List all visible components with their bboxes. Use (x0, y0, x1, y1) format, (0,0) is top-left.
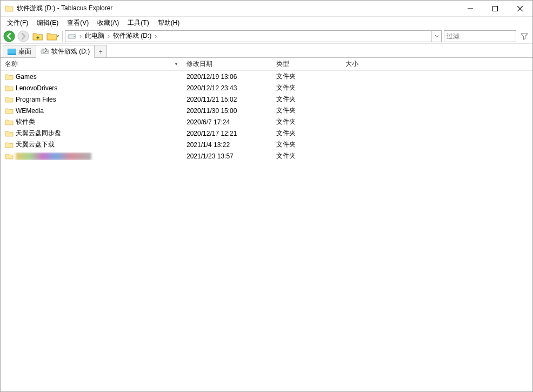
svg-point-11 (47, 51, 48, 52)
table-row[interactable]: LenovoDrivers2020/12/12 23:43文件夹 (1, 82, 532, 94)
cell-name: LenovoDrivers (1, 84, 182, 92)
app-folder-icon (5, 4, 14, 13)
folder-icon (5, 141, 14, 149)
address-bar[interactable]: › 此电脑 › 软件游戏 (D:) › (65, 30, 442, 42)
sort-indicator-icon: ▾ (175, 62, 177, 67)
table-row[interactable]: 天翼云盘同步盘2020/12/17 12:21文件夹 (1, 128, 532, 139)
folder-icon (5, 96, 14, 103)
tab-drive[interactable]: D 软件游戏 (D:) (36, 45, 95, 58)
cell-date: 2021/1/4 13:22 (182, 141, 272, 149)
toolbar-separator (62, 31, 63, 42)
forward-button[interactable] (17, 30, 30, 43)
cell-date: 2020/11/21 15:02 (182, 96, 272, 103)
breadcrumb-chevron-icon[interactable]: › (154, 32, 158, 40)
cell-date: 2020/11/30 15:00 (182, 107, 272, 115)
tab-label: 桌面 (18, 47, 31, 56)
cell-type: 文件夹 (272, 83, 341, 92)
folder-icon (5, 84, 14, 92)
tab-desktop[interactable]: 桌面 (3, 45, 36, 58)
menu-fav[interactable]: 收藏(A) (93, 17, 123, 29)
folder-icon (5, 130, 14, 137)
breadcrumb-chevron-icon[interactable]: › (106, 32, 111, 40)
back-button[interactable] (3, 30, 16, 43)
svg-point-7 (74, 36, 75, 37)
filter-input[interactable] (444, 32, 530, 40)
breadcrumb-root[interactable]: 此电脑 (83, 31, 106, 42)
column-type[interactable]: 类型 (272, 58, 341, 70)
cell-type: 文件夹 (272, 129, 341, 138)
menu-tools[interactable]: 工具(T) (123, 17, 153, 29)
folder-icon (5, 107, 14, 115)
cell-type: 文件夹 (272, 140, 341, 149)
table-row[interactable]: 软件类2020/6/7 17:24文件夹 (1, 116, 532, 128)
titlebar[interactable]: 软件游戏 (D:) - Tablacus Explorer (1, 1, 532, 17)
close-button[interactable] (508, 1, 532, 17)
filter-box[interactable] (444, 30, 516, 42)
breadcrumb-current[interactable]: 软件游戏 (D:) (111, 31, 154, 42)
folder-icon (5, 73, 14, 81)
cell-type: 文件夹 (272, 95, 341, 104)
column-name[interactable]: 名称 ▾ (1, 58, 182, 70)
tab-label: 软件游戏 (D:) (51, 47, 90, 56)
chevron-down-icon (435, 34, 439, 38)
tab-add-button[interactable]: + (94, 45, 107, 58)
cell-name: Games (1, 73, 182, 81)
toolbar: › 此电脑 › 软件游戏 (D:) › (1, 29, 532, 44)
maximize-button[interactable] (483, 1, 508, 17)
cell-name: 软件类 (1, 117, 182, 127)
minimize-button[interactable] (458, 1, 483, 17)
column-headers: 名称 ▾ 修改日期 类型 大小 (1, 58, 532, 71)
cell-date: 2021/1/23 13:57 (182, 152, 272, 160)
svg-point-5 (18, 31, 29, 42)
desktop-icon (8, 48, 16, 56)
table-row[interactable]: Program Files2020/11/21 15:02文件夹 (1, 94, 532, 105)
new-folder-button[interactable] (46, 30, 60, 43)
menubar: 文件(F) 编辑(E) 查看(V) 收藏(A) 工具(T) 帮助(H) (1, 17, 532, 29)
menu-help[interactable]: 帮助(H) (154, 17, 184, 29)
cell-type: 文件夹 (272, 151, 341, 161)
table-row[interactable]: 2021/1/23 13:57文件夹 (1, 150, 532, 162)
cell-type: 文件夹 (272, 72, 341, 81)
up-folder-button[interactable] (31, 30, 45, 43)
cell-name: WEMedia (1, 107, 182, 115)
cell-type: 文件夹 (272, 117, 341, 127)
column-date[interactable]: 修改日期 (182, 58, 272, 70)
cell-date: 2020/12/17 12:21 (182, 130, 272, 137)
file-list: 名称 ▾ 修改日期 类型 大小 Games2020/12/19 13:06文件夹… (1, 58, 532, 391)
cell-type: 文件夹 (272, 106, 341, 115)
drive-icon: D (41, 47, 49, 56)
cell-date: 2020/12/12 23:43 (182, 84, 272, 92)
cell-date: 2020/12/19 13:06 (182, 73, 272, 81)
window-title: 软件游戏 (D:) - Tablacus Explorer (17, 4, 112, 13)
svg-point-4 (4, 31, 15, 42)
file-list-body[interactable]: Games2020/12/19 13:06文件夹LenovoDrivers202… (1, 71, 532, 391)
funnel-icon (520, 32, 529, 41)
svg-rect-1 (493, 6, 498, 11)
table-row[interactable]: 天翼云盘下载2021/1/4 13:22文件夹 (1, 139, 532, 150)
folder-icon (5, 152, 14, 160)
table-row[interactable]: Games2020/12/19 13:06文件夹 (1, 71, 532, 82)
cell-name: 天翼云盘下载 (1, 140, 182, 149)
breadcrumb-chevron-icon[interactable]: › (78, 32, 83, 40)
menu-edit[interactable]: 编辑(E) (32, 17, 63, 29)
address-dropdown-button[interactable] (431, 31, 441, 42)
chevron-down-icon (56, 33, 59, 39)
cell-name: 天翼云盘同步盘 (1, 129, 182, 138)
plus-icon: + (99, 48, 103, 56)
cell-date: 2020/6/7 17:24 (182, 118, 272, 126)
column-size[interactable]: 大小 (341, 58, 410, 70)
address-drive-icon[interactable] (65, 31, 78, 42)
window: 软件游戏 (D:) - Tablacus Explorer 文件(F) 编辑(E… (0, 0, 533, 392)
menu-view[interactable]: 查看(V) (63, 17, 93, 29)
cell-name: Program Files (1, 96, 182, 103)
svg-rect-9 (8, 49, 16, 54)
folder-icon (5, 118, 14, 126)
tab-strip: 桌面 D 软件游戏 (D:) + (1, 44, 532, 58)
cell-name (1, 152, 182, 160)
svg-text:D: D (42, 48, 47, 54)
table-row[interactable]: WEMedia2020/11/30 15:00文件夹 (1, 105, 532, 116)
menu-file[interactable]: 文件(F) (3, 17, 32, 29)
filter-icon-button[interactable] (518, 30, 530, 42)
